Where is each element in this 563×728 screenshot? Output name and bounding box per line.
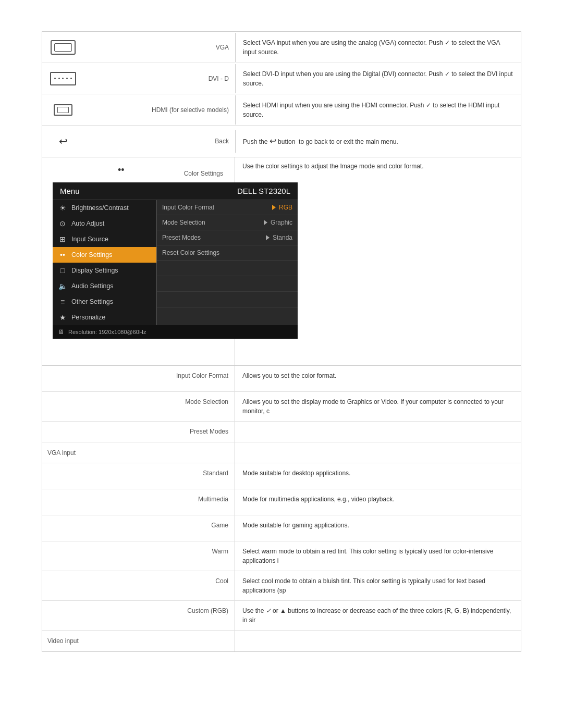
osd-right-reset-color: Reset Color Settings [157, 245, 298, 261]
sub-row-preset-modes: Preset Modes [42, 422, 521, 442]
sub-right-vga-input [235, 442, 521, 463]
vga-desc: Select VGA input when you are using the … [235, 33, 521, 62]
arrow-right-icon-2 [264, 220, 267, 225]
mode-selection-label: Mode Selection [162, 219, 205, 226]
audio-settings-icon: 🔈 [58, 282, 67, 290]
mode-selection-value: Graphic [264, 219, 292, 226]
osd-header: Menu DELL ST2320L [53, 182, 298, 200]
sub-row-input-color-format: Input Color Format Allows you to set the… [42, 366, 521, 392]
main-container: VGA Select VGA input when you are using … [0, 0, 563, 683]
sub-right-video-input [235, 631, 521, 651]
back-arrow-icon: ↩ [59, 135, 68, 147]
sub-left-game: Game [42, 515, 235, 541]
osd-body: ☀ Brightness/Contrast ⊙ Auto Adjust ⊞ In… [53, 200, 298, 325]
input-source-icon: ⊞ [58, 235, 67, 243]
resolution-text: Resolution: 1920x1080@60Hz [68, 329, 146, 335]
sub-sections: Input Color Format Allows you to set the… [42, 366, 521, 652]
osd-item-auto-adjust-label: Auto Adjust [71, 220, 104, 227]
sub-row-vga-input: VGA input [42, 442, 521, 463]
sub-row-custom-rgb: Custom (RGB) Use the ✓ or ▲ buttons to i… [42, 601, 521, 631]
auto-adjust-icon: ⊙ [58, 219, 67, 228]
sub-left-mode-selection: Mode Selection [42, 392, 235, 421]
osd-item-display-settings[interactable]: □ Display Settings [53, 263, 156, 278]
arrow-right-icon [272, 205, 276, 210]
osd-item-other-settings[interactable]: ≡ Other Settings [53, 294, 156, 310]
osd-item-input-source[interactable]: ⊞ Input Source [53, 231, 156, 247]
osd-item-personalize[interactable]: ★ Personalize [53, 310, 156, 325]
back-label: Back [84, 138, 235, 145]
input-color-format-label: Input Color Format [162, 204, 214, 211]
sub-right-custom-rgb: Use the ✓ or ▲ buttons to increase or de… [235, 601, 521, 630]
other-settings-icon: ≡ [58, 298, 67, 306]
vga-label: VGA [84, 44, 235, 51]
sub-right-warm: Select warm mode to obtain a red tint. T… [235, 541, 521, 571]
sub-row-video-input: Video input [42, 631, 521, 651]
sub-right-standard: Mode suitable for desktop applications. [235, 463, 521, 489]
sub-row-multimedia: Multimedia Mode for multimedia applicati… [42, 489, 521, 515]
back-desc: Push the ↩ button to go back to or exit … [235, 130, 521, 153]
back-row: ↩ Back Push the ↩ button to go back to o… [42, 126, 521, 157]
vga-footer-icon: 🖥 [58, 328, 64, 336]
color-settings-section: •• Color Settings Menu DELL ST2320L ☀ Br… [42, 157, 521, 366]
osd-item-display-label: Display Settings [71, 267, 118, 274]
osd-left-menu: ☀ Brightness/Contrast ⊙ Auto Adjust ⊞ In… [53, 200, 157, 325]
osd-right-menu: Input Color Format RGB Mode Selection Gr… [157, 200, 298, 325]
hdmi-label: HDMI (for selective models) [84, 106, 235, 114]
color-settings-desc: Use the color settings to adjust the Ima… [242, 163, 424, 170]
osd-item-brightness-label: Brightness/Contrast [71, 204, 129, 212]
sub-right-multimedia: Mode for multimedia applications, e.g., … [235, 489, 521, 515]
osd-item-other-label: Other Settings [71, 298, 113, 305]
back-icon-cell: ↩ [42, 135, 84, 147]
osd-item-color-settings[interactable]: •• Color Settings [53, 247, 156, 263]
input-color-format-value: RGB [272, 204, 292, 211]
osd-right-mode-selection: Mode Selection Graphic [157, 215, 298, 230]
osd-item-auto-adjust[interactable]: ⊙ Auto Adjust [53, 216, 156, 231]
input-source-section: VGA Select VGA input when you are using … [42, 31, 521, 157]
sub-left-cool: Cool [42, 571, 235, 600]
sub-right-cool: Select cool mode to obtain a bluish tint… [235, 571, 521, 600]
osd-item-color-settings-label: Color Settings [71, 251, 113, 258]
dvi-desc: Select DVI-D input when you are using th… [235, 64, 521, 93]
osd-footer: 🖥 Resolution: 1920x1080@60Hz [53, 325, 298, 339]
osd-item-audio-settings[interactable]: 🔈 Audio Settings [53, 278, 156, 294]
color-settings-label: Color Settings [47, 170, 229, 177]
display-settings-icon: □ [58, 266, 67, 275]
osd-item-audio-label: Audio Settings [71, 282, 114, 290]
sub-left-multimedia: Multimedia [42, 489, 235, 515]
osd-menu: Menu DELL ST2320L ☀ Brightness/Contrast … [53, 182, 298, 339]
sub-left-video-input: Video input [42, 631, 235, 651]
dvi-label: DVI - D [84, 75, 235, 82]
osd-right-input-color-format: Input Color Format RGB [157, 200, 298, 215]
osd-right-preset-modes: Preset Modes Standa [157, 230, 298, 245]
dvi-row: DVI - D Select DVI-D input when you are … [42, 63, 521, 94]
sub-left-warm: Warm [42, 541, 235, 571]
sub-left-standard: Standard [42, 463, 235, 489]
sub-row-cool: Cool Select cool mode to obtain a bluish… [42, 571, 521, 601]
hdmi-row: HDMI (for selective models) Select HDMI … [42, 94, 521, 126]
brightness-icon: ☀ [58, 204, 67, 212]
color-left-panel: •• Color Settings Menu DELL ST2320L ☀ Br… [42, 157, 235, 365]
hdmi-connector-icon [54, 104, 72, 116]
preset-modes-value: Standa [266, 234, 292, 241]
color-settings-icon: •• [118, 165, 125, 176]
sub-row-standard: Standard Mode suitable for desktop appli… [42, 463, 521, 489]
osd-item-input-source-label: Input Source [71, 236, 108, 243]
sub-row-game: Game Mode suitable for gaming applicatio… [42, 515, 521, 541]
osd-right-empty-2 [157, 276, 298, 292]
hdmi-icon-cell [42, 104, 84, 116]
sub-left-input-color-format: Input Color Format [42, 366, 235, 391]
hdmi-desc: Select HDMI input when you are using the… [235, 95, 521, 125]
arrow-right-icon-3 [266, 235, 270, 240]
osd-item-brightness[interactable]: ☀ Brightness/Contrast [53, 200, 156, 216]
sub-right-input-color-format: Allows you to set the color format. [235, 366, 521, 391]
vga-icon-cell [42, 40, 84, 55]
sub-right-game: Mode suitable for gaming applications. [235, 515, 521, 541]
osd-item-personalize-label: Personalize [71, 314, 105, 321]
vga-row: VGA Select VGA input when you are using … [42, 32, 521, 63]
osd-menu-title: Menu [60, 187, 80, 195]
sub-left-vga-input: VGA input [42, 442, 235, 463]
vga-connector-icon [51, 40, 76, 55]
dvi-connector-icon [50, 72, 76, 85]
sub-left-custom-rgb: Custom (RGB) [42, 601, 235, 630]
color-settings-menu-icon: •• [58, 251, 67, 259]
